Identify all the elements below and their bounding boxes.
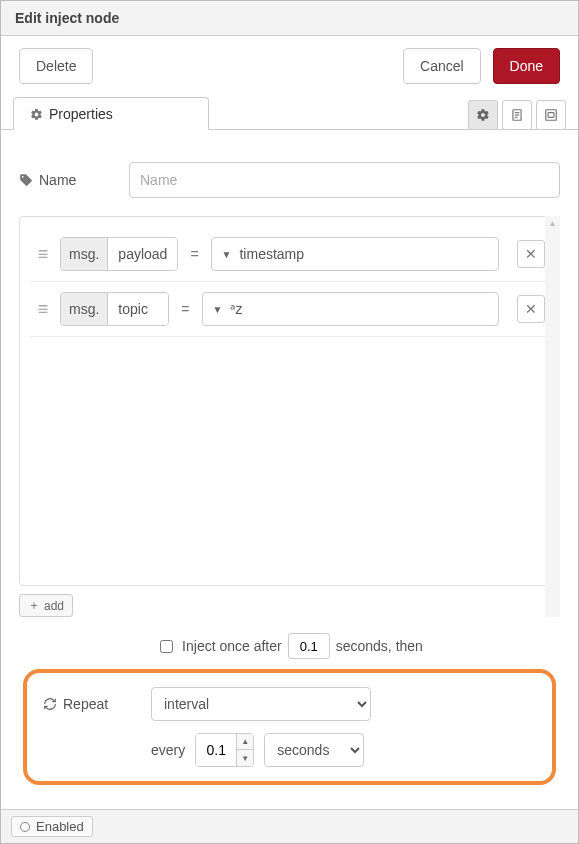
close-icon: ✕ <box>525 301 537 317</box>
inject-once-delay-input[interactable] <box>288 633 330 659</box>
list-scrollbar[interactable]: ▲ <box>545 216 560 586</box>
inject-once-row: Inject once after seconds, then <box>19 633 560 659</box>
enabled-indicator-icon <box>20 822 30 832</box>
property-key-select[interactable]: msg. payload <box>60 237 178 271</box>
equals-label: = <box>186 246 202 262</box>
done-button[interactable]: Done <box>493 48 560 84</box>
inject-once-checkbox[interactable] <box>160 640 173 653</box>
repeat-row: Repeat interval <box>43 687 536 721</box>
properties-list: ≡ msg. payload = ▼ timestamp ✕ ≡ <box>19 216 560 586</box>
dialog-title: Edit inject node <box>1 1 578 36</box>
delete-button[interactable]: Delete <box>19 48 93 84</box>
close-icon: ✕ <box>525 246 537 262</box>
property-value-select[interactable]: ▼ ᵃz <box>202 292 499 326</box>
inject-once-label-before: Inject once after <box>182 638 282 654</box>
properties-panel: Name ≡ msg. payload = ▼ timestamp <box>1 130 578 808</box>
tab-properties-label: Properties <box>49 106 113 122</box>
inject-once-label-after: seconds, then <box>336 638 423 654</box>
property-row: ≡ msg. payload = ▼ timestamp ✕ <box>30 227 549 282</box>
svg-rect-4 <box>546 110 557 121</box>
stepper-down-icon[interactable]: ▼ <box>237 750 253 766</box>
gear-icon <box>476 108 490 122</box>
dialog-action-bar: Delete Cancel Done <box>1 36 578 96</box>
remove-row-button[interactable]: ✕ <box>517 295 545 323</box>
enabled-toggle[interactable]: Enabled <box>11 816 93 837</box>
interval-units-select[interactable]: seconds <box>264 733 364 767</box>
layout-icon <box>544 108 558 122</box>
node-description-button[interactable] <box>502 100 532 130</box>
tab-properties[interactable]: Properties <box>13 97 209 130</box>
tabs-row: Properties <box>1 96 578 130</box>
plus-icon: ＋ <box>28 597 40 614</box>
interval-value-input[interactable] <box>196 734 236 766</box>
scroll-up-icon: ▲ <box>545 216 560 230</box>
name-row: Name <box>19 162 560 198</box>
remove-row-button[interactable]: ✕ <box>517 240 545 268</box>
tag-icon <box>19 173 33 187</box>
property-value-select[interactable]: ▼ timestamp <box>211 237 499 271</box>
document-icon <box>510 108 524 122</box>
name-input[interactable] <box>129 162 560 198</box>
tab-tools <box>464 99 566 129</box>
caret-down-icon: ▼ <box>213 304 223 315</box>
repeat-label: Repeat <box>43 696 139 712</box>
interval-value-stepper[interactable]: ▲ ▼ <box>195 733 254 767</box>
cancel-button[interactable]: Cancel <box>403 48 481 84</box>
svg-rect-5 <box>548 113 554 118</box>
repeat-section-highlight: Repeat interval every ▲ ▼ seconds <box>23 669 556 785</box>
every-label: every <box>151 742 185 758</box>
dialog-footer: Enabled <box>1 809 578 843</box>
equals-label: = <box>177 301 193 317</box>
stepper-up-icon[interactable]: ▲ <box>237 734 253 750</box>
add-row-button[interactable]: ＋ add <box>19 594 73 617</box>
caret-down-icon: ▼ <box>222 249 232 260</box>
name-label: Name <box>19 172 119 188</box>
refresh-icon <box>43 697 57 711</box>
drag-handle-icon[interactable]: ≡ <box>34 245 52 263</box>
node-settings-button[interactable] <box>468 100 498 130</box>
drag-handle-icon[interactable]: ≡ <box>34 300 52 318</box>
repeat-mode-select[interactable]: interval <box>151 687 371 721</box>
gear-icon <box>30 108 43 121</box>
property-key-select[interactable]: msg. topic <box>60 292 169 326</box>
edit-inject-dialog: Edit inject node Delete Cancel Done Prop… <box>0 0 579 844</box>
repeat-interval-row: every ▲ ▼ seconds <box>43 733 536 767</box>
property-row: ≡ msg. topic = ▼ ᵃz ✕ <box>30 282 549 337</box>
node-appearance-button[interactable] <box>536 100 566 130</box>
